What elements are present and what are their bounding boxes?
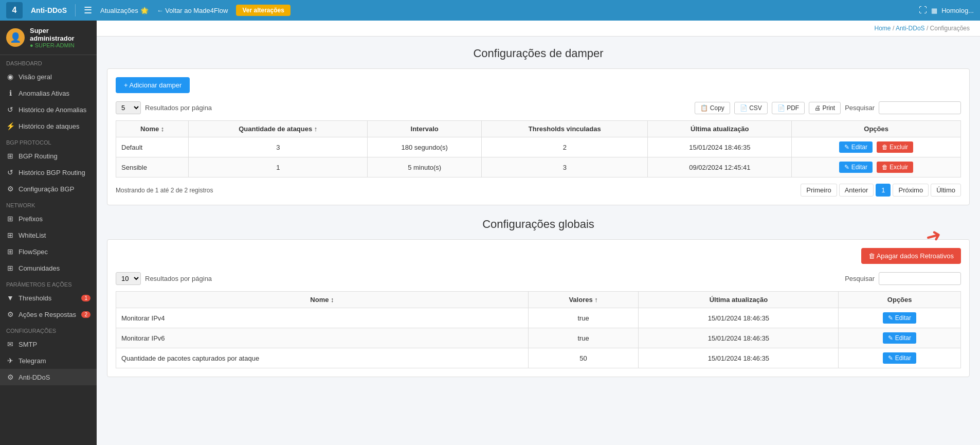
edit-button[interactable]: ✎ Editar [883, 312, 916, 324]
topbar: 4 Anti-DDoS ☰ Atualizações 🌟 ← Voltar ao… [0, 0, 980, 21]
pagination-next[interactable]: Próximo [893, 184, 929, 197]
damper-nome: Sensible [116, 157, 189, 177]
sidebar-item-label: SMTP [19, 341, 37, 348]
damper-page-size-select[interactable]: 51025 [116, 101, 141, 114]
content-inner: Configurações de damper + Adicionar damp… [97, 37, 980, 387]
global-table-controls: 102550 Resultados por página Pesquisar [116, 272, 961, 285]
print-button[interactable]: 🖨 Print [809, 102, 841, 114]
global-ultima: 15/01/2024 18:46:35 [639, 328, 839, 348]
breadcrumb-sep2: / [927, 25, 930, 32]
global-valores: true [528, 308, 639, 328]
damper-thresholds: 2 [482, 137, 648, 157]
breadcrumb-anti-ddos[interactable]: Anti-DDoS [896, 25, 925, 32]
pagination-first[interactable]: Primeiro [801, 184, 837, 197]
global-page-size-select[interactable]: 102550 [116, 272, 141, 285]
sidebar-item-whitelist[interactable]: ⊞ WhiteList [0, 227, 97, 243]
sidebar-item-comunidades[interactable]: ⊞ Comunidades [0, 260, 97, 276]
delete-button[interactable]: 🗑 Excluir [877, 141, 913, 153]
voltar-link[interactable]: ← Voltar ao Made4Flow [157, 7, 228, 14]
expand-icon[interactable]: ⛶ [919, 6, 927, 15]
sidebar-item-historico-ataques[interactable]: ⚡ Histórico de ataques [0, 118, 97, 134]
damper-quantidade: 3 [189, 137, 368, 157]
damper-ultima: 15/01/2024 18:46:35 [648, 137, 792, 157]
breadcrumb-home[interactable]: Home [875, 25, 891, 32]
pdf-button[interactable]: 📄 PDF [772, 102, 805, 114]
edit-button[interactable]: ✎ Editar [883, 352, 916, 364]
sidebar-item-telegram[interactable]: ✈ Telegram [0, 352, 97, 369]
col-opcoes: Opções [792, 121, 961, 137]
sidebar-item-historico-bgp[interactable]: ↺ Histórico BGP Routing [0, 164, 97, 181]
clearfix [116, 248, 961, 272]
global-title: Configurações globais [107, 218, 970, 231]
table-row: Monitorar IPv4 true 15/01/2024 18:46:35 … [116, 308, 961, 328]
global-nome: Quantidade de pacotes capturados por ata… [116, 348, 529, 368]
damper-quantidade: 1 [189, 157, 368, 177]
global-valores: 50 [528, 348, 639, 368]
anomalias-ativas-icon: ℹ [6, 89, 14, 97]
sidebar-item-label: Configuração BGP [19, 185, 74, 193]
sidebar-item-anomalias-ativas[interactable]: ℹ Anomalias Ativas [0, 85, 97, 101]
apagar-dados-button[interactable]: 🗑 Apagar dados Retroativos [861, 248, 961, 264]
acoes-icon: ⚙ [6, 310, 14, 318]
global-table: Nome ↕ Valores ↑ Última atualização Opçõ… [116, 291, 961, 368]
pagination-prev[interactable]: Anterior [839, 184, 874, 197]
sidebar-item-anti-ddos[interactable]: ⚙ Anti-DDoS [0, 369, 97, 385]
sidebar-item-label: WhiteList [19, 232, 46, 239]
sidebar-user: 👤 Super administrador ● SUPER-ADMIN [0, 21, 97, 55]
breadcrumb: Home / Anti-DDoS / Configurações [97, 21, 980, 37]
damper-results-label: Resultados por página [145, 104, 212, 112]
pagination-last[interactable]: Último [931, 184, 961, 197]
csv-button[interactable]: 📄 CSV [734, 102, 768, 114]
sidebar-item-label: Thresholds [19, 294, 51, 302]
flowspec-icon: ⊞ [6, 247, 14, 256]
sidebar-item-visao-geral[interactable]: ◉ Visão geral [0, 68, 97, 85]
sidebar-item-acoes-respostas[interactable]: ⚙ Ações e Respostas 2 [0, 306, 97, 323]
sidebar-item-label: Telegram [19, 357, 46, 365]
sidebar-item-label: Anomalias Ativas [19, 90, 69, 97]
search-label: Pesquisar [845, 104, 875, 112]
homolog-label: Homolog... [941, 7, 974, 14]
edit-button[interactable]: ✎ Editar [839, 162, 873, 173]
g-col-ultima: Última atualização [639, 292, 839, 308]
damper-search-input[interactable] [879, 101, 961, 114]
global-opcoes: ✎ Editar [839, 348, 961, 368]
username: Super administrador [30, 27, 90, 42]
damper-nome: Default [116, 137, 189, 157]
breadcrumb-current: Configurações [930, 25, 970, 32]
prefixos-icon: ⊞ [6, 215, 14, 223]
user-role: ● SUPER-ADMIN [30, 42, 90, 48]
anti-ddos-icon: ⚙ [6, 373, 14, 381]
global-nome: Monitorar IPv4 [116, 308, 529, 328]
menu-icon[interactable]: ☰ [84, 5, 92, 16]
sidebar-item-thresholds[interactable]: ▼ Thresholds 1 [0, 290, 97, 306]
sidebar-section-bgp: BGP Protocol [0, 134, 97, 148]
atualizacoes-link[interactable]: Atualizações 🌟 [100, 7, 149, 14]
pagination-1[interactable]: 1 [876, 184, 891, 197]
ver-alteracoes-button[interactable]: Ver alterações [236, 5, 290, 16]
copy-button[interactable]: 📋 Copy [695, 102, 730, 114]
grid-icon[interactable]: ▦ [931, 7, 937, 14]
thresholds-icon: ▼ [6, 294, 14, 302]
edit-button[interactable]: ✎ Editar [839, 141, 873, 153]
sidebar-item-label: Visão geral [19, 73, 52, 81]
g-col-nome: Nome ↕ [116, 292, 529, 308]
delete-button[interactable]: 🗑 Excluir [877, 162, 913, 173]
edit-button[interactable]: ✎ Editar [883, 332, 916, 344]
atualizacoes-icon: 🌟 [140, 7, 149, 14]
sidebar-item-label: Histórico BGP Routing [19, 169, 85, 176]
historico-anomalias-icon: ↺ [6, 105, 14, 114]
sidebar-item-configuracao-bgp[interactable]: ⚙ Configuração BGP [0, 181, 97, 197]
damper-card: + Adicionar damper 51025 Resultados por … [107, 68, 970, 205]
sidebar-item-flowspec[interactable]: ⊞ FlowSpec [0, 243, 97, 260]
sidebar-item-bgp-routing[interactable]: ⊞ BGP Routing [0, 148, 97, 164]
col-quantidade: Quantidade de ataques ↑ [189, 121, 368, 137]
sidebar-item-smtp[interactable]: ✉ SMTP [0, 336, 97, 352]
historico-bgp-icon: ↺ [6, 168, 14, 176]
damper-table: Nome ↕ Quantidade de ataques ↑ Intervalo… [116, 120, 961, 177]
sidebar-item-prefixos[interactable]: ⊞ Prefixos [0, 210, 97, 227]
sidebar-item-historico-anomalias[interactable]: ↺ Histórico de Anomalias [0, 101, 97, 118]
global-search-input[interactable] [879, 272, 961, 285]
damper-title: Configurações de damper [107, 47, 970, 60]
damper-ultima: 09/02/2024 12:45:41 [648, 157, 792, 177]
add-damper-button[interactable]: + Adicionar damper [116, 77, 190, 93]
